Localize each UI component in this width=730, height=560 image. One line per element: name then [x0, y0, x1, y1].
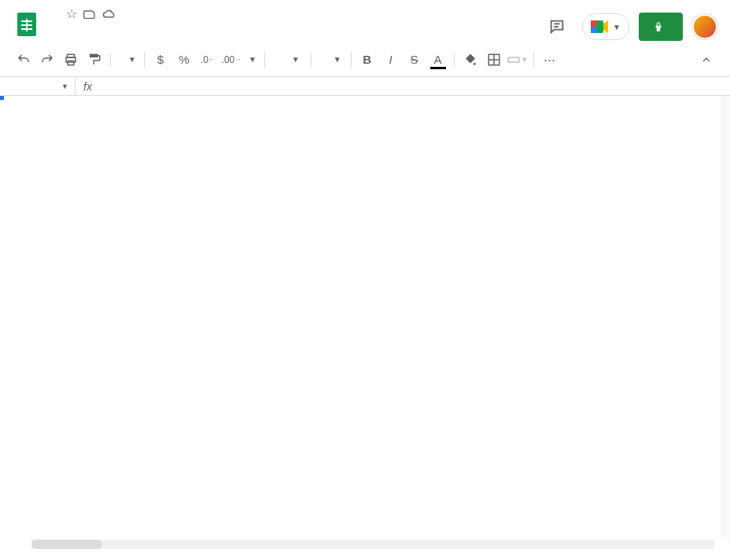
- currency-button[interactable]: $: [149, 49, 171, 71]
- zoom-select[interactable]: ▼: [116, 55, 139, 64]
- menu-extensions[interactable]: [138, 23, 149, 29]
- undo-button[interactable]: [13, 49, 35, 71]
- more-button[interactable]: ⋯: [539, 49, 561, 71]
- bold-button[interactable]: B: [356, 49, 378, 71]
- avatar[interactable]: [692, 14, 717, 39]
- svg-rect-9: [591, 27, 597, 33]
- svg-rect-4: [26, 19, 28, 31]
- increase-decimal-button[interactable]: .00→: [220, 49, 242, 71]
- svg-rect-17: [508, 57, 519, 62]
- svg-point-13: [473, 62, 475, 64]
- menu-insert[interactable]: [88, 23, 99, 29]
- share-button[interactable]: [639, 13, 683, 41]
- fill-color-button[interactable]: [459, 49, 481, 71]
- sheets-logo[interactable]: [13, 9, 41, 38]
- percent-button[interactable]: %: [173, 49, 195, 71]
- hscroll-thumb[interactable]: [31, 540, 102, 549]
- comments-icon[interactable]: [541, 11, 573, 42]
- name-box[interactable]: ▼: [0, 77, 76, 95]
- borders-button[interactable]: [483, 49, 505, 71]
- menu-edit[interactable]: [63, 23, 74, 29]
- collapse-toolbar-button[interactable]: [695, 49, 717, 71]
- toolbar: ▼ $ % .0← .00→ ▼ ▼ ▼ B I S A ▼ ⋯: [0, 42, 730, 77]
- last-edit-link[interactable]: [164, 23, 175, 29]
- decrease-decimal-button[interactable]: .0←: [197, 49, 219, 71]
- menu-data[interactable]: [113, 23, 124, 29]
- menu-format[interactable]: [101, 23, 112, 29]
- text-color-button[interactable]: A: [427, 49, 449, 71]
- meet-button[interactable]: ▼: [582, 13, 629, 40]
- move-icon[interactable]: [83, 8, 96, 20]
- redo-button[interactable]: [36, 49, 58, 71]
- menu-bar: [50, 23, 541, 29]
- formula-input[interactable]: [100, 80, 730, 92]
- fill-handle[interactable]: [0, 96, 4, 100]
- menu-view[interactable]: [76, 23, 87, 29]
- print-button[interactable]: [60, 49, 82, 71]
- menu-file[interactable]: [50, 23, 61, 29]
- vertical-scrollbar[interactable]: [721, 96, 730, 540]
- menu-tools[interactable]: [126, 23, 137, 29]
- grid[interactable]: [0, 96, 730, 549]
- font-size-select[interactable]: ▼: [316, 55, 346, 64]
- doc-title[interactable]: [50, 13, 60, 16]
- paint-format-button[interactable]: [83, 49, 105, 71]
- fx-icon: fx: [76, 80, 100, 93]
- font-select[interactable]: ▼: [270, 55, 306, 64]
- merge-button[interactable]: ▼: [507, 49, 529, 71]
- italic-button[interactable]: I: [380, 49, 402, 71]
- strikethrough-button[interactable]: S: [404, 49, 426, 71]
- star-icon[interactable]: ☆: [66, 6, 77, 21]
- more-formats-button[interactable]: ▼: [244, 49, 260, 71]
- cloud-icon[interactable]: [102, 9, 116, 20]
- cell-selection: [0, 96, 3, 99]
- menu-help[interactable]: [151, 23, 162, 29]
- svg-rect-8: [591, 20, 597, 27]
- horizontal-scrollbar[interactable]: [31, 540, 714, 549]
